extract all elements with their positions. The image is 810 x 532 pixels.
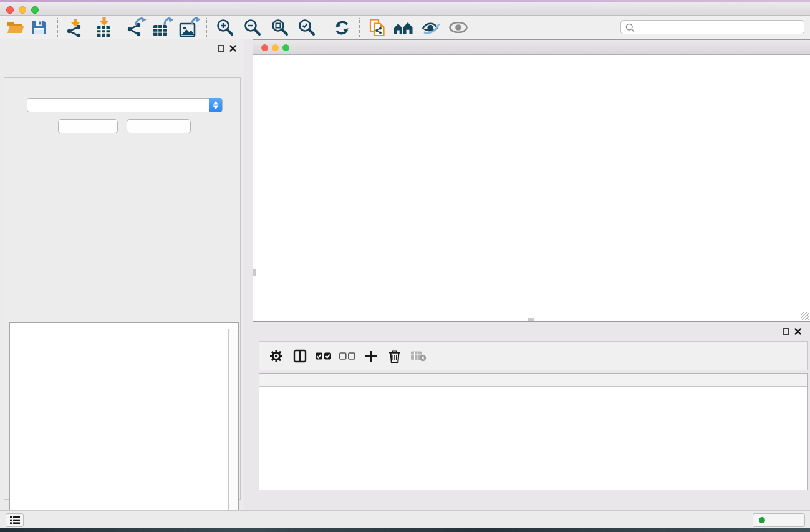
run-mcds-button[interactable] bbox=[58, 119, 118, 133]
network-canvas[interactable] bbox=[253, 55, 810, 321]
memory-status-icon bbox=[759, 517, 765, 523]
result-scrollbar[interactable] bbox=[228, 329, 238, 532]
mcds-result-group bbox=[9, 322, 239, 532]
toolbar-separator bbox=[206, 18, 207, 37]
import-table-icon[interactable] bbox=[93, 17, 114, 38]
close-traffic-light[interactable] bbox=[6, 6, 14, 14]
canvas-scroll-nub-vertical[interactable] bbox=[253, 269, 256, 276]
zoom-in-icon[interactable] bbox=[215, 17, 236, 38]
optimization-select[interactable] bbox=[27, 98, 223, 112]
close-panel-icon[interactable] bbox=[794, 328, 801, 335]
list-icon bbox=[10, 516, 20, 525]
save-session-icon[interactable] bbox=[29, 17, 50, 38]
close-panel-button[interactable] bbox=[127, 119, 191, 133]
toolbar-separator bbox=[359, 18, 360, 37]
zoom-traffic-light[interactable] bbox=[31, 6, 39, 14]
home-icon[interactable] bbox=[393, 17, 414, 38]
graph-svg bbox=[253, 55, 809, 322]
status-bar bbox=[0, 510, 810, 528]
select-stepper-icon[interactable] bbox=[209, 98, 222, 112]
deselect-all-columns-icon[interactable] bbox=[335, 352, 359, 360]
export-table-icon[interactable] bbox=[152, 17, 173, 38]
minimize-traffic-light[interactable] bbox=[19, 6, 26, 14]
search-field bbox=[620, 20, 804, 34]
node-table-header bbox=[259, 374, 807, 387]
mcds-tab-content bbox=[4, 77, 241, 500]
zoom-out-icon[interactable] bbox=[242, 17, 263, 38]
mcds-result-list bbox=[10, 329, 228, 532]
toolbar-separator bbox=[120, 18, 120, 37]
search-icon bbox=[625, 23, 635, 32]
delete-table-icon[interactable] bbox=[407, 350, 430, 362]
table-panel bbox=[253, 322, 810, 510]
network-view-window bbox=[253, 39, 810, 322]
hide-details-icon[interactable] bbox=[420, 17, 441, 38]
network-zoom-traffic-light[interactable] bbox=[282, 44, 289, 51]
main-toolbar bbox=[0, 16, 810, 39]
task-history-button[interactable] bbox=[6, 513, 24, 527]
control-panel bbox=[0, 39, 244, 510]
open-session-icon[interactable] bbox=[5, 17, 26, 38]
control-panel-window-icons bbox=[218, 45, 236, 52]
network-minimize-traffic-light[interactable] bbox=[272, 44, 279, 51]
clone-network-icon[interactable] bbox=[367, 17, 388, 38]
float-panel-icon[interactable] bbox=[783, 328, 789, 335]
export-network-icon[interactable] bbox=[125, 17, 147, 38]
import-network-icon[interactable] bbox=[64, 17, 85, 38]
delete-column-icon[interactable] bbox=[383, 349, 407, 364]
zoom-fit-icon[interactable] bbox=[269, 17, 291, 38]
close-panel-icon[interactable] bbox=[229, 45, 236, 52]
float-panel-icon[interactable] bbox=[218, 45, 224, 52]
desktop-strip-bottom bbox=[0, 528, 810, 532]
split-columns-icon[interactable] bbox=[288, 349, 312, 363]
table-settings-icon[interactable] bbox=[264, 349, 288, 363]
refresh-icon[interactable] bbox=[331, 17, 352, 38]
toolbar-separator bbox=[324, 18, 324, 37]
show-details-icon[interactable] bbox=[448, 17, 469, 38]
network-window-titlebar[interactable] bbox=[253, 40, 810, 55]
toolbar-separator bbox=[57, 18, 58, 37]
add-column-icon[interactable] bbox=[359, 349, 383, 363]
network-close-traffic-light[interactable] bbox=[261, 44, 268, 51]
node-table bbox=[259, 373, 808, 490]
export-image-icon[interactable] bbox=[179, 17, 200, 38]
resize-grip-icon[interactable] bbox=[801, 312, 809, 320]
zoom-selected-icon[interactable] bbox=[296, 17, 317, 38]
window-titlebar bbox=[0, 2, 810, 16]
table-toolbar bbox=[259, 341, 808, 370]
memory-button[interactable] bbox=[753, 513, 805, 527]
canvas-scroll-nub-horizontal[interactable] bbox=[528, 318, 534, 321]
table-panel-window-icons bbox=[783, 328, 801, 335]
select-all-columns-icon[interactable] bbox=[312, 352, 335, 360]
search-input[interactable] bbox=[637, 21, 799, 33]
